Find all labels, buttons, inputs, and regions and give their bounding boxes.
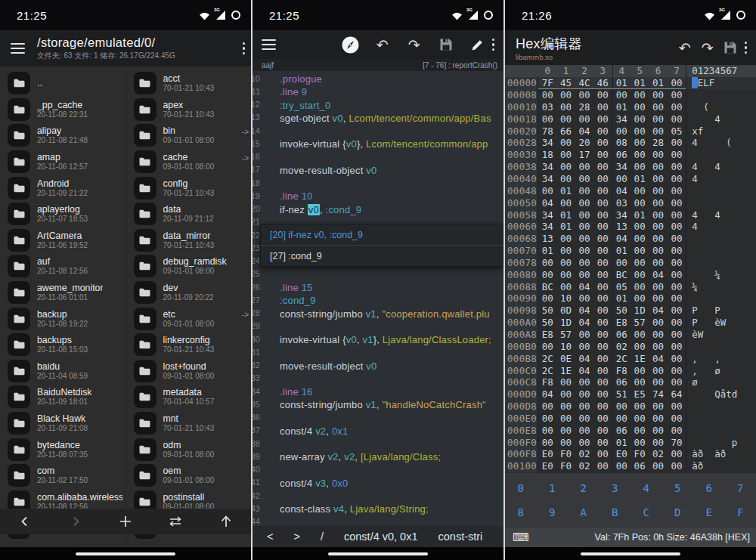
hex-byte[interactable]: 00 bbox=[631, 292, 649, 304]
hex-byte[interactable]: 04 bbox=[575, 353, 593, 364]
hex-byte[interactable]: 7F bbox=[538, 77, 556, 89]
selected-token[interactable]: v0 bbox=[308, 204, 320, 215]
hex-byte[interactable]: 10 bbox=[556, 292, 575, 304]
hex-byte[interactable]: 00 bbox=[593, 269, 612, 280]
hex-byte[interactable]: 00 bbox=[631, 221, 649, 232]
hex-byte[interactable]: 00 bbox=[668, 257, 686, 268]
hex-byte[interactable]: 00 bbox=[649, 125, 667, 137]
ascii-cell[interactable]: P P bbox=[686, 305, 756, 317]
hex-byte[interactable]: 00 bbox=[649, 425, 667, 436]
code-line[interactable]: 37const/4 v2, 0x1 bbox=[253, 425, 503, 438]
hex-byte[interactable]: 50 bbox=[538, 317, 556, 328]
hex-byte[interactable]: 34 bbox=[538, 161, 556, 172]
hex-byte[interactable]: 00 bbox=[612, 401, 631, 412]
hex-byte[interactable]: F8 bbox=[612, 365, 631, 376]
ascii-cell[interactable] bbox=[686, 149, 756, 161]
ascii-cell[interactable] bbox=[686, 257, 756, 269]
file-item[interactable]: oem09-01-01 08:00 bbox=[126, 463, 252, 489]
hex-byte[interactable]: 01 bbox=[649, 77, 667, 89]
hex-byte[interactable]: 0E bbox=[556, 353, 575, 364]
jump-target-item[interactable]: [27] :cond_9 bbox=[261, 246, 503, 266]
hex-byte[interactable]: 00 bbox=[649, 292, 667, 304]
hex-byte[interactable]: 04 bbox=[612, 233, 631, 244]
hex-byte[interactable]: 00 bbox=[668, 329, 686, 340]
hex-byte[interactable]: 00 bbox=[593, 365, 612, 376]
file-item[interactable]: aplayerlog20-11-07 18:53 bbox=[0, 201, 125, 227]
hex-byte[interactable]: 00 bbox=[649, 113, 667, 125]
ascii-cell[interactable] bbox=[686, 184, 756, 196]
snippet-button[interactable]: const-stri bbox=[438, 531, 483, 543]
hex-byte[interactable]: 00 bbox=[538, 413, 556, 424]
hex-byte[interactable]: E0 bbox=[538, 460, 556, 472]
hex-byte[interactable]: 00 bbox=[575, 437, 593, 448]
breadcrumb[interactable]: aajf bbox=[262, 61, 274, 70]
hex-byte[interactable]: 04 bbox=[575, 305, 593, 316]
file-item[interactable]: debug_ramdisk09-01-01 08:00 bbox=[126, 253, 252, 280]
hex-byte[interactable]: 00 bbox=[538, 269, 556, 280]
hex-byte[interactable]: 04 bbox=[575, 317, 593, 328]
back-button[interactable] bbox=[10, 511, 40, 532]
code-line[interactable]: 33 bbox=[253, 373, 503, 385]
file-item[interactable]: bytedance20-11-08 07:35 bbox=[0, 436, 125, 463]
hex-byte[interactable]: 34 bbox=[538, 221, 556, 232]
file-item[interactable]: auf20-11-08 12:56 bbox=[0, 253, 125, 280]
code-line[interactable]: 34.line 16 bbox=[253, 385, 503, 398]
hex-byte[interactable]: 00 bbox=[668, 149, 686, 160]
code-line[interactable]: 15invoke-virtual {v0}, Lcom/tencent/comm… bbox=[253, 138, 503, 150]
hex-byte[interactable]: 34 bbox=[612, 161, 631, 172]
ascii-cell[interactable] bbox=[686, 89, 756, 101]
hex-byte[interactable]: 28 bbox=[575, 101, 593, 113]
file-item[interactable]: alipay20-11-08 21:48 bbox=[0, 122, 125, 149]
ascii-cell[interactable] bbox=[686, 245, 756, 257]
hex-byte[interactable]: 50 bbox=[538, 305, 556, 316]
code-line[interactable]: 36 bbox=[253, 412, 503, 425]
hex-byte[interactable]: 00 bbox=[556, 149, 575, 160]
snippet-button[interactable]: > bbox=[293, 531, 299, 543]
hex-byte[interactable]: F0 bbox=[556, 460, 575, 472]
hex-byte[interactable]: 00 bbox=[593, 185, 612, 196]
file-item[interactable]: cache09-01-01 08:00-> bbox=[126, 149, 252, 175]
hex-byte[interactable]: 1D bbox=[556, 317, 575, 328]
file-item[interactable]: com20-11-02 17:50 bbox=[0, 463, 125, 489]
hex-byte[interactable]: 00 bbox=[668, 197, 686, 209]
hex-byte[interactable]: 03 bbox=[612, 197, 631, 209]
hex-byte[interactable]: 00 bbox=[631, 137, 649, 148]
hex-byte[interactable]: 70 bbox=[668, 437, 686, 448]
ascii-cell[interactable]: xf bbox=[686, 125, 756, 137]
code-line[interactable]: 32move-result-object v0 bbox=[253, 360, 503, 373]
hex-byte[interactable]: 00 bbox=[593, 425, 612, 436]
hex-byte[interactable]: 00 bbox=[631, 89, 649, 101]
hex-byte[interactable]: 34 bbox=[612, 113, 631, 125]
hex-byte[interactable]: 00 bbox=[593, 413, 612, 424]
hex-byte[interactable]: 18 bbox=[538, 149, 556, 160]
hex-byte[interactable]: 00 bbox=[668, 305, 686, 316]
hex-byte[interactable]: 00 bbox=[593, 113, 612, 125]
hex-byte[interactable]: 01 bbox=[612, 437, 631, 448]
hex-byte[interactable]: 00 bbox=[631, 425, 649, 436]
hex-byte[interactable]: 00 bbox=[575, 233, 593, 244]
redo-icon[interactable]: ↷ bbox=[696, 36, 719, 59]
file-item[interactable]: Android20-11-09 21:22 bbox=[0, 175, 125, 201]
file-item[interactable]: baidu20-11-04 08:59 bbox=[0, 358, 125, 385]
hex-key-F[interactable]: F bbox=[725, 501, 756, 524]
hex-byte[interactable]: 00 bbox=[649, 233, 667, 244]
hex-byte[interactable]: 00 bbox=[593, 101, 612, 113]
hex-byte[interactable]: 00 bbox=[631, 365, 649, 376]
hex-byte[interactable]: 00 bbox=[556, 161, 575, 172]
hex-byte[interactable]: 00 bbox=[631, 245, 649, 256]
hex-byte[interactable]: 00 bbox=[538, 425, 556, 436]
hex-key-0[interactable]: 0 bbox=[505, 477, 537, 500]
save-icon[interactable] bbox=[435, 33, 457, 56]
hex-key-4[interactable]: 4 bbox=[631, 477, 662, 500]
ascii-cell[interactable]: ( bbox=[686, 101, 756, 113]
parent-folder-button[interactable] bbox=[211, 511, 241, 532]
ascii-cell[interactable]: àð àð bbox=[686, 448, 756, 460]
hex-byte[interactable]: 00 bbox=[668, 137, 686, 148]
hex-byte[interactable]: 51 bbox=[612, 388, 631, 400]
undo-icon[interactable]: ↶ bbox=[371, 33, 394, 56]
hex-byte[interactable]: 00 bbox=[631, 125, 649, 137]
hex-byte[interactable]: E0 bbox=[612, 448, 631, 459]
hex-byte[interactable]: 00 bbox=[631, 185, 649, 196]
hex-byte[interactable]: 00 bbox=[538, 292, 556, 304]
hex-byte[interactable]: 00 bbox=[649, 413, 667, 424]
